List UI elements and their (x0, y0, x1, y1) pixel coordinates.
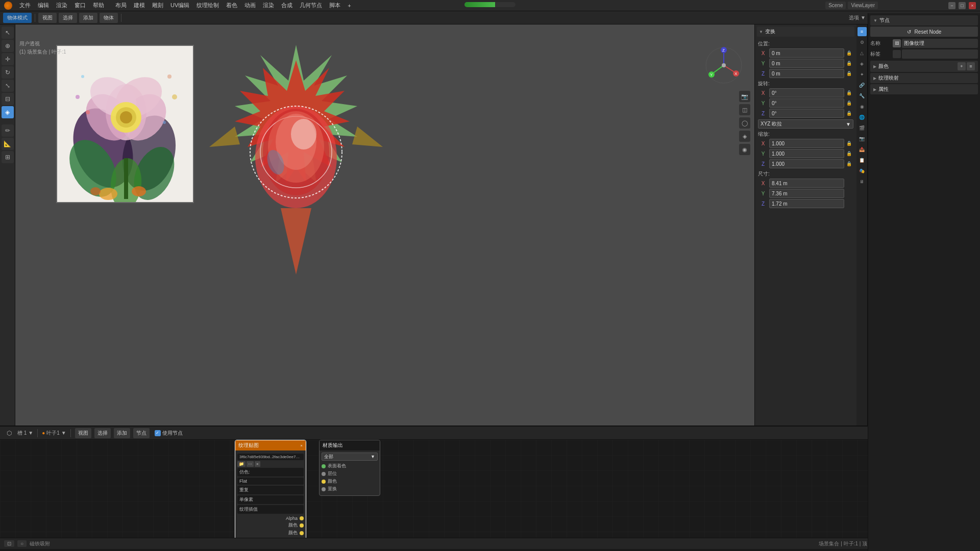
node-name-value[interactable]: 图像纹理 (902, 39, 978, 48)
color-list-icon[interactable]: ≡ (967, 62, 975, 70)
menu-edit[interactable]: 编辑 (35, 1, 52, 10)
rptab-view-layer[interactable]: 📋 (857, 156, 867, 165)
transform-toggle[interactable]: ▼ 变换 (757, 27, 854, 37)
rptab-data[interactable]: △ (857, 48, 867, 58)
proportional-toggle[interactable]: ○ (17, 540, 27, 547)
scale-z-lock[interactable]: 🔒 (845, 160, 852, 167)
img-icon-dots[interactable]: ⋯ (247, 461, 254, 467)
rot-z-input[interactable]: 0° (769, 109, 844, 118)
node-close-btn[interactable]: × (300, 443, 303, 448)
menu-help[interactable]: 帮助 (90, 1, 107, 10)
workspace-sculpt[interactable]: 雕刻 (149, 1, 166, 10)
pos-z-input[interactable]: 0 m (769, 69, 844, 78)
material-output-node[interactable]: 材质输出 全部 ▼ 表面着色 层位 (319, 440, 380, 496)
bottom-view-btn[interactable]: 视图 (75, 428, 91, 438)
rptab-modifier[interactable]: 🔧 (857, 91, 867, 101)
rptab-constraint[interactable]: 🔗 (857, 81, 867, 90)
tool-transform[interactable]: ⊟ (2, 93, 14, 105)
rptab-material[interactable]: ◈ (857, 59, 867, 68)
tool-add[interactable]: ⊞ (2, 151, 14, 163)
pos-y-input[interactable]: 0 m (769, 59, 844, 68)
tool-wireframe[interactable]: ◫ (739, 104, 750, 115)
minimize-button[interactable]: − (948, 2, 955, 9)
scene-selector[interactable]: Scene (825, 2, 846, 9)
scale-x-lock[interactable]: 🔒 (845, 140, 852, 147)
pos-y-lock[interactable]: 🔒 (845, 60, 852, 67)
node-editor-canvas[interactable]: 纹理贴图 × 3f6c7d85e939bd..2fac3de0ee7a6b4 📁… (0, 440, 980, 538)
workspace-layout[interactable]: 布局 (112, 1, 130, 10)
tool-move[interactable]: ✛ (2, 53, 14, 65)
pos-x-lock[interactable]: 🔒 (845, 49, 852, 57)
menu-window[interactable]: 窗口 (71, 1, 89, 10)
tool-camera-view[interactable]: 📷 (739, 91, 750, 102)
dim-x-input[interactable]: 8.41 m (769, 179, 844, 188)
bottom-tree-selector[interactable]: 槽 1 ▼ (17, 430, 33, 437)
rot-y-lock[interactable]: 🔒 (845, 99, 852, 107)
rptab-output[interactable]: 📤 (857, 145, 867, 154)
rptab-world[interactable]: 🌐 (857, 113, 867, 122)
workspace-modeling[interactable]: 建模 (131, 1, 148, 10)
tool-material-preview[interactable]: ◈ (739, 131, 750, 142)
workspace-animation[interactable]: 动画 (241, 1, 259, 10)
workspace-uv[interactable]: UV编辑 (167, 1, 192, 10)
rptab-properties[interactable]: ⚙ (857, 38, 867, 47)
dim-z-input[interactable]: 1.72 m (769, 199, 844, 208)
pos-x-input[interactable]: 0 m (769, 48, 844, 58)
snap-toggle[interactable]: ⊡ (4, 540, 14, 547)
workspace-shading[interactable]: 着色 (223, 1, 240, 10)
workspace-texture-paint[interactable]: 纹理绘制 (193, 1, 222, 10)
rptab-particle[interactable]: ✦ (857, 70, 867, 79)
viewport-gizmo[interactable]: Z X Y (703, 45, 744, 86)
view-menu-btn[interactable]: 视图 (38, 13, 57, 23)
rptab-vl[interactable]: 🎭 (857, 166, 867, 176)
tool-rendered[interactable]: ◉ (739, 144, 750, 155)
output-type-dropdown[interactable]: 全部 ▼ (322, 453, 378, 461)
tool-solid[interactable]: ◯ (739, 117, 750, 129)
rot-y-input[interactable]: 0° (769, 98, 844, 108)
img-icon-x[interactable]: × (255, 461, 260, 467)
rptab-shader[interactable]: ◉ (857, 102, 867, 111)
rptab-render[interactable]: 📷 (857, 134, 867, 143)
dim-y-input[interactable]: 7.36 m (769, 189, 844, 198)
scale-x-input[interactable]: 1.000 (769, 139, 844, 148)
workspace-scripting[interactable]: 脚本 (326, 1, 344, 10)
bottom-add-btn[interactable]: 添加 (114, 428, 130, 438)
menu-file[interactable]: 文件 (16, 1, 34, 10)
texture-map-toggle[interactable]: ▶ 纹理映射 (870, 73, 978, 83)
viewport[interactable]: 用户透视 (1) 场景集合 | 叶子:1 (15, 24, 754, 425)
rptab-screen[interactable]: 🖥 (857, 177, 867, 186)
node-props-title[interactable]: ▼ 节点 (870, 15, 978, 26)
rot-x-input[interactable]: 0° (769, 88, 844, 97)
tool-measure[interactable]: 📐 (2, 138, 14, 150)
object-menu-btn[interactable]: 物体 (100, 13, 118, 23)
image-texture-node[interactable]: 纹理贴图 × 3f6c7d85e939bd..2fac3de0ee7a6b4 📁… (235, 440, 306, 538)
close-button[interactable]: × (969, 2, 976, 9)
rptab-outliner[interactable]: ≡ (857, 27, 867, 36)
tool-cursor[interactable]: ⊕ (2, 40, 14, 52)
add-menu-btn[interactable]: 添加 (79, 13, 97, 23)
rot-z-lock[interactable]: 🔒 (845, 110, 852, 117)
use-nodes-check[interactable]: ✓ (155, 430, 161, 436)
bottom-object-selector[interactable]: ● 叶子1 ▼ (42, 430, 66, 437)
scale-y-lock[interactable]: 🔒 (845, 150, 852, 157)
color-section-toggle[interactable]: ▶ 颜色 + ≡ (870, 61, 978, 72)
img-icon-folder[interactable]: 📁 (237, 461, 246, 467)
bottom-editor-icon[interactable]: ⬡ (4, 428, 14, 438)
tool-rotate[interactable]: ↻ (2, 66, 14, 79)
menu-render[interactable]: 渲染 (53, 1, 70, 10)
workspace-compositing[interactable]: 合成 (278, 1, 296, 10)
bottom-nodes-btn[interactable]: 节点 (133, 428, 150, 438)
workspace-geometry[interactable]: 几何节点 (297, 1, 325, 10)
maximize-button[interactable]: □ (959, 2, 966, 9)
bottom-select-btn[interactable]: 选择 (94, 428, 111, 438)
rot-x-lock[interactable]: 🔒 (845, 89, 852, 96)
workspace-add[interactable]: + (345, 2, 354, 10)
node-tag-value[interactable] (902, 49, 978, 59)
tool-scale[interactable]: ⤡ (2, 80, 14, 92)
rotation-mode-dropdown[interactable]: XYZ 欧拉 ▼ (758, 119, 853, 129)
scale-y-input[interactable]: 1.000 (769, 149, 844, 158)
tool-active[interactable]: ◈ (2, 106, 14, 118)
node-attrs-toggle[interactable]: ▶ 属性 (870, 84, 978, 94)
reset-node-btn[interactable]: ↺ Reset Node (870, 27, 978, 37)
select-menu-btn[interactable]: 选择 (59, 13, 77, 23)
